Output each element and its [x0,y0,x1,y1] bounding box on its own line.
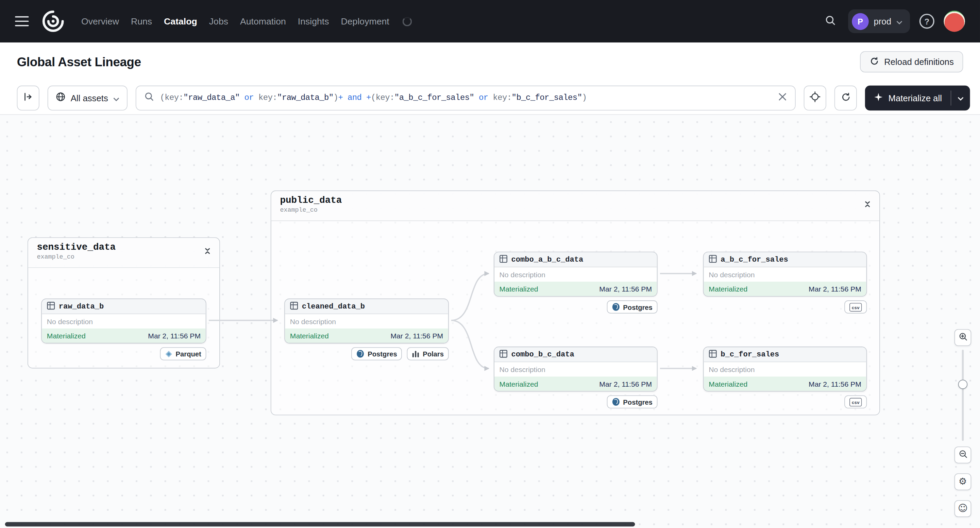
zoom-out-icon [958,449,968,461]
reload-definitions-button[interactable]: Reload definitions [860,51,963,72]
tag-csv[interactable]: csv [844,395,867,408]
table-icon [500,349,508,360]
materialize-all-button[interactable]: Materialize all [865,85,951,110]
dagster-app: Overview Runs Catalog Jobs Automation In… [0,0,980,528]
asset-name: cleaned_data_b [302,302,365,311]
asset-node-cleaned-data-b[interactable]: cleaned_data_b No description Materializ… [284,299,449,344]
materialized-status: Materialized [709,380,748,387]
question-mark-icon: ? [924,17,929,26]
parquet-icon [165,350,172,357]
zoom-in-button[interactable] [955,329,972,346]
query-token: "a_b_c_for_sales" [395,93,474,103]
materialize-all-label: Materialize all [889,93,942,103]
help-button[interactable]: ? [920,14,934,29]
deployment-switcher[interactable]: P prod [848,10,910,33]
tag-postgres[interactable]: Postgres [351,347,402,360]
deployment-name: prod [873,16,891,26]
user-avatar[interactable] [943,11,965,32]
group-subtitle: example_co [37,254,210,260]
collapse-group-button[interactable] [202,245,213,258]
materialized-status: Materialized [500,380,538,387]
query-token: (key: [371,93,395,103]
asset-name: raw_data_b [59,302,104,311]
tag-postgres[interactable]: Postgres [607,300,658,314]
chevron-down-icon [896,17,902,26]
asset-search-input[interactable]: (key:"raw_data_a" or key:"raw_data_b")+ … [136,85,796,110]
materialized-timestamp[interactable]: Mar 2, 11:56 PM [599,285,652,293]
tag-postgres[interactable]: Postgres [607,395,658,408]
query-token: "raw_data_a" [183,93,239,103]
asset-node-combo-b-c-data[interactable]: combo_b_c_data No description Materializ… [494,347,658,392]
feedback-button[interactable]: ☺ [955,500,972,517]
asset-scope-dropdown[interactable]: All assets [48,85,127,110]
lineage-toolbar: All assets (key:"raw_data_a" or key:"raw… [0,81,980,115]
refresh-button[interactable] [834,85,857,110]
materialized-timestamp[interactable]: Mar 2, 11:56 PM [809,380,861,387]
collapse-icon [863,200,872,210]
zoom-slider[interactable] [955,350,972,441]
materialized-timestamp[interactable]: Mar 2, 11:56 PM [599,380,652,387]
postgres-icon [612,303,620,311]
crosshair-globe-icon [810,91,821,104]
materialized-timestamp[interactable]: Mar 2, 11:56 PM [390,332,443,339]
table-icon [290,301,298,312]
lineage-canvas[interactable]: sensitive_data example_co public_data ex… [0,115,980,528]
deployment-initial-badge: P [852,13,869,30]
page-title: Global Asset Lineage [17,55,141,69]
materialized-timestamp[interactable]: Mar 2, 11:56 PM [148,332,200,339]
tag-parquet[interactable]: Parquet [160,347,207,360]
group-subtitle: example_co [280,206,870,213]
asset-status-row: Materialized Mar 2, 11:56 PM [704,376,866,391]
horizontal-scrollbar[interactable] [5,522,635,526]
query-token: (key: [160,93,183,103]
menu-icon[interactable] [15,16,29,26]
asset-node-a-b-c-for-sales[interactable]: a_b_c_for_sales No description Materiali… [703,252,867,297]
tag-label: Postgres [368,350,397,357]
asset-node-combo-a-b-c-data[interactable]: combo_a_b_c_data No description Material… [494,252,658,297]
close-icon [779,93,786,103]
reload-icon [869,56,879,68]
materialized-status: Materialized [709,285,748,293]
asset-status-row: Materialized Mar 2, 11:56 PM [704,282,866,296]
collapse-group-button[interactable] [862,198,873,212]
tag-label: Postgres [623,398,652,406]
nav-item-insights[interactable]: Insights [298,16,329,26]
asset-description: No description [704,267,866,282]
chevron-down-icon [958,93,964,103]
nav-item-jobs[interactable]: Jobs [209,16,228,26]
materialized-timestamp[interactable]: Mar 2, 11:56 PM [809,285,861,293]
nav-item-overview[interactable]: Overview [81,16,119,26]
recenter-view-button[interactable] [804,85,826,110]
nav-item-runs[interactable]: Runs [131,16,152,26]
zoom-out-button[interactable] [955,446,972,463]
materialized-status: Materialized [290,332,329,339]
csv-label: csv [852,400,860,405]
tag-csv[interactable]: csv [844,300,867,314]
asset-tags: Parquet [41,347,206,360]
materialized-status: Materialized [47,332,86,339]
tag-polars[interactable]: Polars [407,347,449,360]
nav-item-automation[interactable]: Automation [240,16,286,26]
asset-tags: Postgres [494,395,658,408]
query-token: "raw_data_b" [277,93,333,103]
query-token: + and + [338,93,371,103]
asset-node-header: combo_a_b_c_data [495,252,657,267]
clear-search-button[interactable] [778,92,788,104]
open-side-panel-button[interactable] [17,85,40,110]
asset-node-raw-data-b[interactable]: raw_data_b No description Materialized M… [41,299,206,344]
nav-item-catalog[interactable]: Catalog [164,16,197,26]
asset-status-row: Materialized Mar 2, 11:56 PM [495,376,657,391]
chevron-down-icon [113,93,119,103]
primary-nav: Overview Runs Catalog Jobs Automation In… [81,16,412,26]
asset-description: No description [704,362,866,376]
nav-item-deployment[interactable]: Deployment [341,16,389,26]
query-token: key: [258,93,277,103]
search-button[interactable] [822,12,839,30]
table-icon [709,349,717,360]
materialize-options-button[interactable] [951,85,970,110]
asset-description: No description [495,362,657,376]
asset-node-b-c-for-sales[interactable]: b_c_for_sales No description Materialize… [703,347,867,392]
dagster-logo-icon[interactable] [41,10,65,33]
graph-settings-button[interactable]: ⚙ [955,473,972,490]
zoom-slider-knob[interactable] [958,380,968,389]
